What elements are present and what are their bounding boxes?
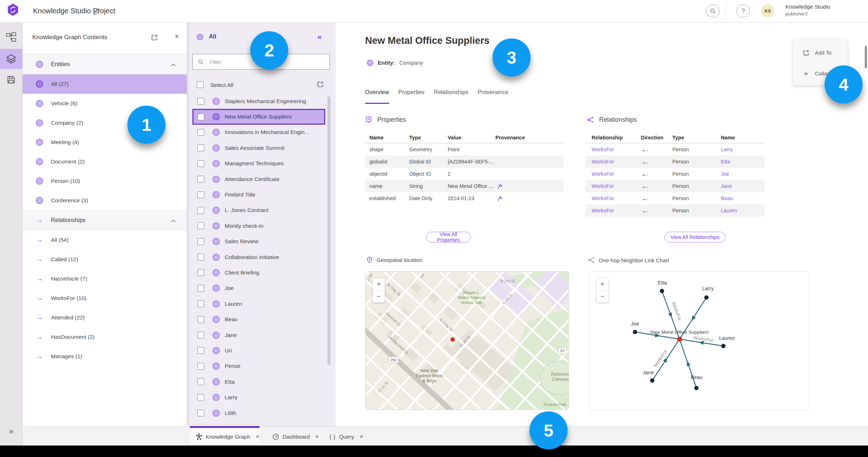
relationship-link[interactable]: WorksFor [592,208,641,213]
tab-dashboard[interactable]: Dashboard✕ [266,428,321,446]
list-item[interactable]: Lauren [192,296,325,311]
list-item[interactable]: Staplers Mechanical Engineering [192,93,325,109]
tab-query[interactable]: { }Query✕ [324,428,365,446]
list-item[interactable]: Lilith [192,405,325,421]
avatar[interactable]: KS [761,4,774,18]
item-checkbox[interactable] [197,316,204,323]
list-item[interactable]: Jane [192,327,325,343]
provenance-icon[interactable] [495,195,564,202]
list-item[interactable]: Montly check-in [192,218,325,234]
item-checkbox[interactable] [197,191,204,198]
close-icon[interactable]: ✕ [256,434,260,439]
map[interactable]: 25033k RdW Clay StSalN 3rd StMaggie L.Wa… [365,271,569,410]
item-checkbox[interactable] [197,410,204,416]
view-all-properties-button[interactable]: View All Properties [426,232,471,243]
tab-knowledge-graph[interactable]: Knowledge Graph✕ [190,428,260,446]
list-item[interactable]: Collaboration initiative [192,249,325,265]
edit-title-icon[interactable] [93,6,101,15]
item-checkbox[interactable] [197,285,204,292]
sidebar-item-entity[interactable]: Document (2) [22,152,187,171]
sidebar-item-relationship[interactable]: →Manages (1) [22,347,187,366]
list-item[interactable]: Larry [192,389,325,405]
collapse-panel-icon[interactable]: « [317,32,322,41]
item-checkbox[interactable] [197,300,204,307]
add-to-map-icon[interactable] [151,34,158,41]
item-checkbox[interactable] [197,269,204,276]
relationship-link[interactable]: WorksFor [592,195,641,201]
view-all-relationships-button[interactable]: View All Relationships [664,232,725,243]
item-checkbox[interactable] [197,238,204,245]
item-checkbox[interactable] [197,332,204,338]
zoom-in-button[interactable]: + [373,278,385,290]
tab-overview[interactable]: Overview [365,89,389,104]
menu-item-add-to[interactable]: Add To [793,42,848,63]
sidebar-item-entity[interactable]: Vehicle (6) [22,94,187,113]
item-checkbox[interactable] [197,98,204,105]
list-item[interactable]: New Metal Office Suppliers [192,109,325,124]
name-link[interactable]: Larry [721,147,765,152]
list-item[interactable]: Sales Review [192,234,325,249]
sidebar-item-entity[interactable]: All (27) [22,74,187,94]
item-checkbox[interactable] [197,160,204,167]
sidebar-item-entity[interactable]: Person (10) [22,171,187,191]
sidebar-item-relationship[interactable]: →HasVehicle (7) [22,269,187,288]
provenance-icon[interactable] [495,183,564,189]
link-chart[interactable]: EttaLarryJoeLaurenJaneBeauWorksForWorksF… [589,271,809,410]
save-icon[interactable] [0,70,22,90]
relationship-link[interactable]: WorksFor [592,159,641,165]
item-checkbox[interactable] [197,176,204,183]
close-icon[interactable]: ✕ [174,33,179,40]
item-checkbox[interactable] [197,363,204,370]
list-item[interactable]: Uri [192,343,325,358]
name-link[interactable]: Beau [721,195,765,201]
expand-rail-icon[interactable]: » [0,427,22,436]
name-link[interactable]: Joe [721,171,765,177]
sidebar-item-relationship[interactable]: →Called (12) [22,250,187,269]
zoom-in-button[interactable]: + [596,278,608,290]
tab-properties[interactable]: Properties [398,89,425,104]
name-link[interactable]: Etta [721,159,765,165]
relationship-link[interactable]: WorksFor [592,183,641,189]
list-item[interactable]: Attendance Certificate [192,171,325,187]
item-checkbox[interactable] [197,222,204,229]
tab-provenance[interactable]: Provenance [478,89,508,104]
item-checkbox[interactable] [197,114,204,120]
chevron-up-icon[interactable] [171,64,176,66]
relationship-link[interactable]: WorksFor [592,171,641,177]
name-link[interactable]: Lauren [721,208,765,213]
data-model-icon[interactable] [0,27,22,47]
list-item[interactable]: Sales Associate Summit [192,140,325,156]
scrollbar[interactable] [327,96,331,365]
sidebar-item-entity[interactable]: Conference (3) [22,191,187,210]
page-scrollbar[interactable] [865,46,867,68]
item-checkbox[interactable] [197,254,204,260]
item-checkbox[interactable] [197,144,204,151]
item-checkbox[interactable] [197,129,204,136]
tab-relationships[interactable]: Relationships [434,89,468,104]
chevron-up-icon[interactable] [171,220,176,222]
zoom-out-button[interactable]: − [373,290,385,303]
list-item[interactable]: L. Jones Contract [192,203,325,218]
entities-group-header[interactable]: Entities [22,54,187,74]
sidebar-item-relationship[interactable]: →WorksFor (10) [22,288,187,308]
sidebar-item-relationship[interactable]: →HasDocument (2) [22,327,187,347]
sidebar-item-relationship[interactable]: →Attended (22) [22,308,187,327]
add-to-map-icon[interactable] [317,80,324,88]
close-icon[interactable]: ✕ [315,434,319,439]
help-button[interactable]: ? [737,4,750,18]
name-link[interactable]: Jane [721,183,765,189]
list-item[interactable]: Joe [192,281,325,296]
list-item[interactable]: Beau [192,311,325,327]
list-item[interactable]: Client Briefing [192,265,325,280]
item-checkbox[interactable] [197,378,204,385]
relationship-link[interactable]: WorksFor [592,147,641,152]
zoom-out-button[interactable]: − [596,290,608,303]
layers-icon[interactable] [0,49,22,69]
sidebar-item-relationship[interactable]: →All (54) [22,230,187,250]
select-all-checkbox[interactable] [197,81,204,88]
relationships-group-header[interactable]: → Relationships [22,210,187,230]
item-checkbox[interactable] [197,207,204,214]
list-item[interactable]: Managment Techniques [192,156,325,171]
close-icon[interactable]: ✕ [359,434,363,439]
item-checkbox[interactable] [197,347,204,354]
